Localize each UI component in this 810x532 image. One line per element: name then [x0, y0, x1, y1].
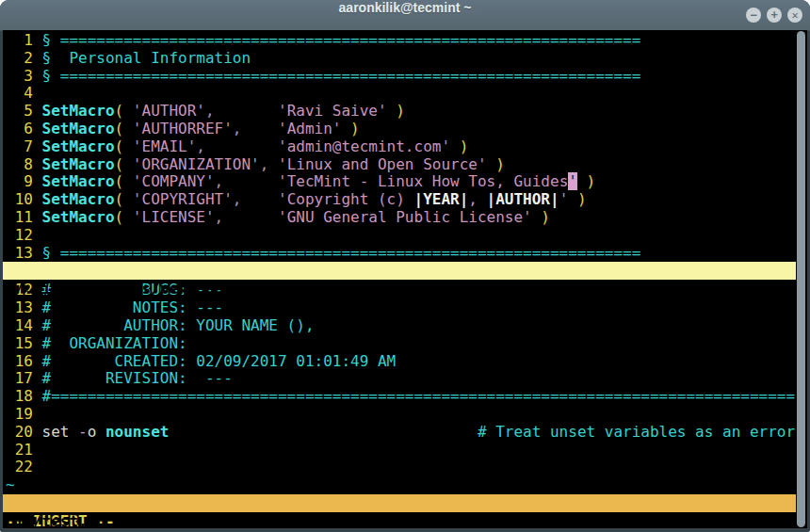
code-segment: TecMint - Linux How Tos, Guides	[287, 172, 569, 190]
code-segment: § ======================================…	[42, 31, 641, 49]
code-segment: AUTHORREF	[142, 120, 224, 137]
buffer-line[interactable]: 13 # NOTES: ---	[6, 299, 807, 317]
code-segment: )	[532, 208, 550, 226]
code-segment: set	[42, 423, 79, 441]
line-number: 17	[6, 369, 42, 387]
code-segment: § ======================================…	[42, 67, 641, 85]
code-segment: ',	[187, 137, 205, 155]
code-segment: Ravi Saive	[287, 102, 378, 120]
code-segment: # ORGANIZATION:	[42, 334, 187, 352]
buffer-line[interactable]: 13 § ===================================…	[6, 245, 807, 263]
buffer-line[interactable]: 10 SetMacro( 'COPYRIGHT', 'Copyright (c)…	[6, 191, 807, 209]
code-segment: (	[115, 190, 124, 208]
buffer-line[interactable]: 21	[6, 442, 807, 459]
code-segment: (	[115, 102, 124, 120]
code-segment	[169, 423, 478, 441]
cursor-block: '	[568, 172, 577, 190]
minimize-icon[interactable]: −	[746, 8, 761, 23]
code-segment	[241, 190, 278, 208]
vim-window-bottom: 12 # BUGS: --- 13 # NOTES: --- 14 # AUTH…	[3, 280, 807, 494]
buffer-line[interactable]: 14 # AUTHOR: YOUR NAME (),	[6, 317, 807, 335]
buffer-line[interactable]: 6 SetMacro( 'AUTHORREF', 'Admin' )	[6, 121, 807, 138]
line-number: 4	[6, 84, 42, 102]
code-segment: '	[332, 120, 342, 137]
terminal-content: 1 § ====================================…	[3, 30, 807, 528]
terminal-window: aaronkilik@tecmint ~ − + ✕ 1 § =========…	[0, 0, 810, 532]
buffer-line[interactable]: 16 # CREATED: 02/09/2017 01:01:49 AM	[6, 353, 807, 371]
buffer-line[interactable]: ~	[6, 476, 807, 494]
code-segment	[215, 102, 278, 120]
buffer-line[interactable]: 4	[6, 85, 807, 103]
vim-mode-indicator: -- INSERT --	[3, 512, 807, 528]
code-segment: )	[568, 190, 586, 208]
code-segment: |AUTHOR|	[487, 190, 559, 208]
code-segment: Admin	[287, 120, 332, 137]
code-segment: '	[123, 102, 141, 120]
code-segment	[223, 172, 278, 190]
code-segment	[205, 137, 278, 155]
statusline-bottom: bin/test.sh 21,0-1 Bot	[3, 494, 796, 512]
code-segment: admin@tecmint.com	[287, 137, 442, 155]
code-segment: '	[123, 155, 141, 173]
scrollbar-thumb[interactable]	[797, 31, 805, 527]
code-segment: # AUTHOR: YOUR NAME (),	[42, 316, 315, 334]
buffer-line[interactable]: 22	[6, 459, 807, 476]
code-segment: (	[115, 137, 124, 155]
window-controls: − + ✕	[746, 8, 802, 23]
code-segment: '	[441, 137, 450, 155]
buffer-line[interactable]: 5 SetMacro( 'AUTHOR', 'Ravi Saive' )	[6, 103, 807, 121]
code-segment: LICENSE	[142, 208, 205, 226]
code-segment: (	[115, 208, 124, 226]
code-segment: SetMacro	[42, 208, 115, 226]
buffer-line[interactable]: 2 § Personal Information	[6, 50, 807, 68]
code-segment: SetMacro	[42, 172, 115, 190]
buffer-line[interactable]: 17 # REVISION: ---	[6, 370, 807, 388]
maximize-icon[interactable]: +	[767, 8, 782, 23]
statusline-top-ruler: 9,59	[623, 298, 659, 315]
code-segment: '	[123, 208, 141, 226]
code-segment: '	[278, 208, 287, 226]
line-number: 6	[6, 120, 42, 137]
code-segment: Copyright (c)	[287, 190, 414, 208]
buffer-line[interactable]: 7 SetMacro( 'EMAIL', 'admin@tecmint.com'…	[6, 138, 807, 156]
statusline-bottom-file: bin/test.sh	[6, 512, 105, 528]
buffer-line[interactable]: 8 SetMacro( 'ORGANIZATION', 'Linux and O…	[6, 156, 807, 174]
line-number: 18	[6, 387, 42, 405]
line-number: 10	[6, 190, 42, 208]
code-segment: AUTHOR	[142, 102, 197, 120]
buffer-line[interactable]: 12	[6, 227, 807, 245]
code-segment: nounset	[105, 423, 169, 441]
code-segment: SetMacro	[42, 102, 115, 120]
statusline-top: ~/.vim/templates/personal.templates [+] …	[3, 262, 796, 280]
buffer-line[interactable]: 20 set -o nounset # Treat unset variable…	[6, 424, 807, 442]
code-segment: |YEAR|	[414, 190, 469, 208]
code-segment: '	[559, 190, 569, 208]
buffer-line[interactable]: 18 #====================================…	[6, 388, 807, 406]
code-segment: '	[123, 137, 141, 155]
code-segment: ',	[205, 208, 223, 226]
code-segment: EMAIL	[142, 137, 187, 155]
buffer-line[interactable]: 19	[6, 406, 807, 424]
code-segment: GNU General Public License	[287, 208, 523, 226]
code-segment: '	[278, 172, 287, 190]
buffer-line[interactable]: 9 SetMacro( 'COMPANY', 'TecMint - Linux …	[6, 173, 807, 191]
code-segment: '	[278, 155, 287, 173]
buffer-line[interactable]: 11 SetMacro( 'LICENSE', 'GNU General Pub…	[6, 209, 807, 227]
code-segment: '	[278, 120, 287, 137]
buffer-line[interactable]: 15 # ORGANIZATION:	[6, 335, 807, 353]
line-number: 20	[6, 423, 42, 441]
code-segment: ',	[223, 190, 241, 208]
buffer-line[interactable]: 3 § ====================================…	[6, 68, 807, 86]
buffer-line[interactable]: 1 § ====================================…	[6, 32, 807, 50]
code-segment: )	[487, 155, 505, 173]
code-segment: # Treat unset variables as an error	[478, 423, 795, 441]
code-segment: '	[378, 102, 387, 120]
code-segment: -	[78, 423, 88, 441]
close-icon[interactable]: ✕	[787, 8, 802, 23]
code-segment: '	[278, 190, 287, 208]
line-number: 9	[6, 172, 42, 190]
code-segment: '	[123, 172, 141, 190]
window-titlebar[interactable]: aaronkilik@tecmint ~ − + ✕	[0, 0, 810, 31]
code-segment: '	[123, 120, 141, 137]
line-number: 1	[6, 31, 42, 49]
